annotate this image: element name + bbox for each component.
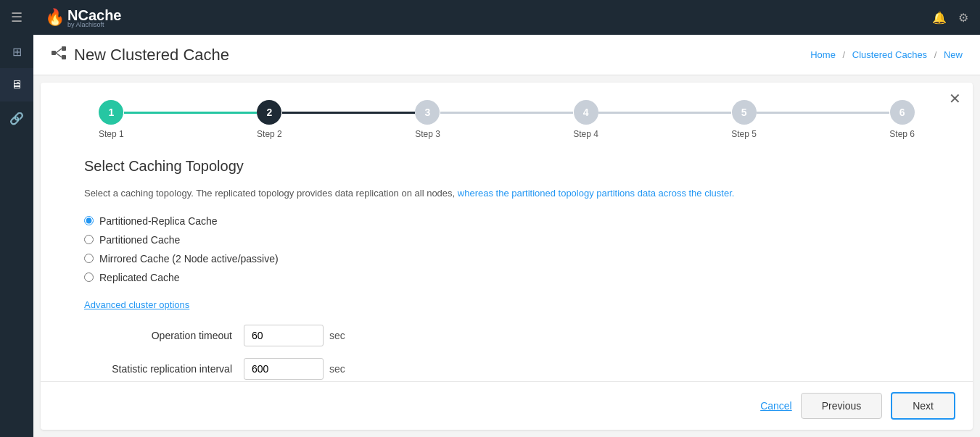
step-circle-6: 6 (890, 100, 915, 125)
step-circle-4: 4 (574, 100, 598, 125)
dashboard-icon: ⊞ (12, 45, 22, 59)
page-header: New Clustered Cache Home / Clustered Cac… (33, 35, 980, 75)
step-label-1: Step 1 (99, 129, 124, 139)
top-bar: 🔥 NCache by Alachisoft 🔔 ⚙ (33, 0, 980, 35)
stat-replication-row: Statistic replication interval sec (84, 358, 929, 380)
page-title: New Clustered Cache (74, 46, 229, 64)
radio-label-partitioned-replica: Partitioned-Replica Cache (99, 215, 218, 227)
radio-input-mirrored[interactable] (84, 254, 94, 263)
step-3: 3 Step 3 (415, 100, 440, 139)
svg-line-4 (56, 53, 62, 57)
sidebar-menu-button[interactable]: ☰ (0, 0, 33, 35)
servers-icon: 🖥 (11, 78, 22, 91)
step-2: 2 Step 2 (257, 100, 282, 139)
svg-rect-2 (62, 55, 66, 59)
radio-partitioned[interactable]: Partitioned Cache (84, 234, 929, 246)
step-4: 4 Step 4 (573, 100, 598, 139)
settings-icon[interactable]: ⚙ (958, 11, 968, 25)
content-area: ✕ 1 Step 1 2 Step 2 3 (41, 83, 973, 430)
cancel-button[interactable]: Cancel (760, 400, 792, 412)
radio-input-replicated[interactable] (84, 272, 94, 282)
sidebar-item-servers[interactable]: 🖥 (0, 68, 33, 101)
step-6: 6 Step 6 (889, 100, 915, 139)
step-circle-1: 1 (99, 100, 123, 125)
breadcrumb-current: New (944, 49, 963, 60)
sidebar: ☰ ⊞ 🖥 🔗 (0, 0, 33, 437)
footer: Cancel Previous Next (41, 381, 973, 430)
next-button[interactable]: Next (891, 392, 955, 420)
main-area: 🔥 NCache by Alachisoft 🔔 ⚙ New Cl (33, 0, 980, 437)
radio-mirrored[interactable]: Mirrored Cache (2 Node active/passive) (84, 253, 929, 265)
radio-input-partitioned-replica[interactable] (84, 216, 94, 225)
step-label-2: Step 2 (257, 129, 282, 139)
links-icon: 🔗 (9, 112, 24, 125)
breadcrumb-home[interactable]: Home (810, 49, 836, 60)
radio-input-partitioned[interactable] (84, 235, 94, 244)
step-number-1: 1 (108, 107, 114, 118)
step-label-5: Step 5 (731, 129, 757, 139)
step-number-3: 3 (425, 107, 431, 118)
step-number-5: 5 (741, 107, 747, 118)
page-title-area: New Clustered Cache (51, 45, 229, 64)
step-5: 5 Step 5 (731, 100, 757, 139)
radio-replicated[interactable]: Replicated Cache (84, 272, 929, 283)
operation-timeout-row: Operation timeout sec (84, 325, 929, 346)
description-text: Select a caching topology. The replicate… (84, 188, 455, 199)
section-title: Select Caching Topology (84, 158, 929, 175)
sidebar-item-dashboard[interactable]: ⊞ (0, 35, 33, 68)
notification-icon[interactable]: 🔔 (932, 11, 947, 25)
operation-timeout-unit: sec (329, 330, 345, 341)
stepper-line-1 (124, 112, 257, 114)
breadcrumb-sep2: / (934, 49, 937, 60)
breadcrumb: Home / Clustered Caches / New (810, 49, 963, 60)
step-number-6: 6 (899, 107, 905, 118)
logo-flame-icon: 🔥 (45, 8, 65, 27)
stat-replication-input[interactable] (244, 358, 324, 380)
stat-replication-label: Statistic replication interval (84, 363, 244, 375)
operation-timeout-label: Operation timeout (84, 330, 244, 341)
operation-timeout-input[interactable] (244, 325, 324, 346)
description: Select a caching topology. The replicate… (84, 186, 929, 201)
logo: 🔥 NCache by Alachisoft (45, 7, 121, 28)
step-label-4: Step 4 (573, 129, 598, 139)
svg-rect-0 (52, 51, 56, 55)
svg-rect-1 (62, 46, 66, 51)
step-circle-2: 2 (257, 100, 281, 125)
top-bar-actions: 🔔 ⚙ (932, 11, 968, 25)
step-1: 1 Step 1 (99, 100, 124, 139)
advanced-cluster-options-link[interactable]: Advanced cluster options (84, 299, 189, 310)
form-content: Select Caching Topology Select a caching… (41, 146, 973, 381)
step-label-6: Step 6 (889, 129, 915, 139)
page-title-icon (51, 45, 67, 64)
svg-line-3 (56, 49, 62, 53)
radio-label-replicated: Replicated Cache (99, 272, 180, 283)
topology-radio-group: Partitioned-Replica Cache Partitioned Ca… (84, 215, 929, 283)
stepper-line-5 (757, 112, 889, 114)
breadcrumb-clustered-caches[interactable]: Clustered Caches (852, 49, 927, 60)
hamburger-icon: ☰ (11, 9, 22, 25)
sidebar-item-links[interactable]: 🔗 (0, 101, 33, 135)
radio-label-partitioned: Partitioned Cache (99, 234, 180, 246)
step-label-3: Step 3 (415, 129, 440, 139)
stepper-line-4 (598, 112, 731, 114)
previous-button[interactable]: Previous (801, 393, 882, 419)
radio-label-mirrored: Mirrored Cache (2 Node active/passive) (99, 253, 279, 265)
step-circle-5: 5 (732, 100, 757, 125)
stepper-line-2 (282, 112, 415, 114)
stepper-line-3 (440, 112, 573, 114)
step-circle-3: 3 (415, 100, 440, 125)
stepper: 1 Step 1 2 Step 2 3 Step 3 (41, 83, 973, 146)
description-highlight: whereas the partitioned topology partiti… (455, 188, 734, 199)
step-number-4: 4 (583, 107, 589, 118)
breadcrumb-sep1: / (843, 49, 846, 60)
stat-replication-unit: sec (329, 363, 345, 375)
radio-partitioned-replica[interactable]: Partitioned-Replica Cache (84, 215, 929, 227)
step-number-2: 2 (267, 107, 273, 118)
